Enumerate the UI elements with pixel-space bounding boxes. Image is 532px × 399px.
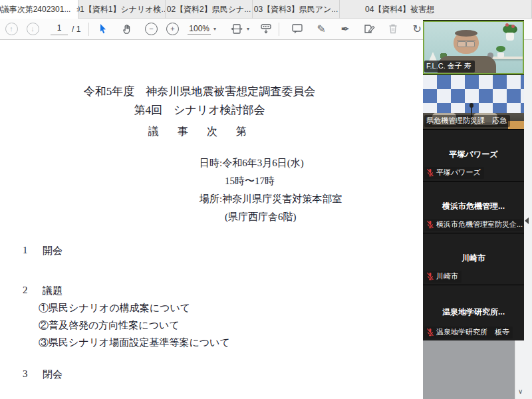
muted-mic-icon (426, 168, 434, 177)
zoom-in-button[interactable]: + (164, 21, 181, 38)
datetime-location-block: 日時:令和6年3月6日(水) 15時〜17時 場所:神奈川県庁災害対策本部室 (… (200, 154, 342, 226)
agenda-number: 3 (23, 368, 43, 381)
pdf-page: 令和5年度 神奈川県地震被害想定調査委員会 第4回 シナリオ検討部会 議 事 次… (0, 40, 426, 399)
fountain-pen-icon: ✒ (340, 24, 349, 35)
add-comment-button[interactable] (289, 21, 306, 38)
trash-icon (388, 23, 398, 35)
agenda-subitem-2: ②普及啓発の方向性案について (39, 319, 180, 332)
tab-label: 03【資料3】県民アン... (254, 4, 338, 15)
participant-display-name: 川崎市 (423, 252, 524, 263)
video-conference-panel: F.L.C. 金子 寿 県危機管理防災課 応急 平塚パワーズ (423, 20, 524, 340)
room-door (508, 121, 524, 129)
tab-label: 04【資料4】被害想 (365, 4, 434, 15)
page-edit-icon (363, 23, 376, 35)
location-line: 場所:神奈川県庁災害対策本部室 (200, 190, 342, 208)
participant-display-name: 平塚パワーズ (423, 148, 524, 160)
scroll-mode-button[interactable] (257, 21, 275, 38)
muted-mic-icon (426, 220, 434, 229)
select-tool-button[interactable] (94, 21, 112, 38)
tab-document-2[interactable]: 02【資料2】県民シナ... (166, 0, 253, 19)
scrollbar-down-icon[interactable]: ∨ (518, 388, 523, 395)
participant-tile-kaneko[interactable]: F.L.C. 金子 寿 (423, 20, 524, 74)
participant-display-name: 温泉地学研究所... (423, 306, 524, 317)
page-count-label: / 1 (72, 25, 80, 34)
datetime-line: 日時:令和6年3月6日(水) (200, 154, 342, 172)
tab-label: 01【資料1】シナリオ検... (78, 4, 166, 15)
participant-name-text: 川崎市 (436, 271, 458, 281)
panel-collapse-icon[interactable] (525, 217, 529, 224)
agenda-text: 議題 (43, 285, 63, 297)
tab-label: 02【資料2】県民シナ... (167, 4, 251, 15)
tab-document-4[interactable]: 04【資料4】被害想 (340, 0, 532, 19)
tab-label: 0議事次第2402301... (0, 4, 70, 15)
hand-tool-button[interactable] (118, 21, 136, 38)
highlight-text-button[interactable]: ✎ (313, 21, 330, 38)
participant-tile-bousaika[interactable]: 県危機管理防災課 応急 (423, 74, 524, 129)
fit-width-icon (230, 23, 243, 35)
toolbar-divider (88, 23, 89, 36)
chevron-down-icon[interactable]: ▾ (247, 26, 249, 32)
continuous-scroll-icon (259, 23, 273, 35)
page-down-icon: ↓ (27, 23, 39, 35)
participant-tile-hiratsuka[interactable]: 平塚パワーズ 平塚パワーズ (423, 129, 524, 181)
document-heading: 議 事 次 第 (0, 125, 399, 139)
redo-icon: ↻ (412, 24, 421, 35)
participant-name-text: 平塚パワーズ (436, 168, 481, 178)
agenda-item-3: 3 閉会 (23, 368, 63, 381)
participant-name-label: 平塚パワーズ (424, 167, 484, 179)
fit-width-button[interactable] (228, 21, 245, 38)
tab-document-1[interactable]: 01【資料1】シナリオ検... (78, 0, 166, 19)
delete-button[interactable] (384, 21, 402, 38)
participant-tile-onken[interactable]: 温泉地学研究所... 温泉地学研究所 板寺 (423, 285, 524, 340)
app-window: 0議事次第2402301... × 01【資料1】シナリオ検... 02【資料2… (0, 0, 532, 399)
sign-document-button[interactable]: ✒ (336, 21, 354, 38)
agenda-item-1: 1 開会 (23, 245, 63, 257)
next-page-button[interactable]: ↓ (24, 21, 41, 38)
comment-bubble-icon (291, 23, 303, 35)
time-range: 15時〜17時 (200, 172, 342, 190)
tab-agenda[interactable]: 0議事次第2402301... × (0, 0, 78, 19)
agenda-text: 開会 (43, 245, 63, 257)
plant-decor (496, 49, 505, 58)
plus-icon: + (166, 23, 179, 35)
participant-name-label: 温泉地学研究所 板寺 (424, 327, 513, 338)
agenda-subitem-3: ③県民シナリオ場面設定基準等案について (39, 336, 230, 349)
cursor-arrow-icon (98, 23, 108, 35)
chevron-down-icon[interactable]: ▾ (213, 26, 216, 32)
agenda-text: 閉会 (43, 368, 63, 381)
person-glasses (457, 41, 475, 46)
minus-icon: − (145, 23, 158, 35)
previous-page-button[interactable]: ↑ (3, 21, 20, 38)
person-hair (455, 30, 477, 37)
participant-name-label: 県危機管理防災課 応急 (424, 115, 510, 127)
agenda-item-2: 2 議題 (23, 285, 63, 297)
edit-page-button[interactable] (360, 21, 378, 38)
participant-name-text: 横浜市危機管理室防災企... (436, 219, 523, 229)
participant-tile-kawasaki[interactable]: 川崎市 川崎市 (423, 233, 524, 285)
participant-name-label: 横浜市危機管理室防災企... (424, 219, 523, 231)
participant-name-text: 県危機管理防災課 応急 (426, 116, 507, 126)
zoom-out-button[interactable]: − (142, 21, 160, 38)
muted-mic-icon (426, 272, 434, 281)
highlighter-icon: ✎ (317, 24, 325, 35)
tab-document-3[interactable]: 03【資料3】県民アン... (253, 0, 340, 19)
toolbar-divider (279, 23, 279, 36)
plant-decor (503, 27, 517, 41)
participant-name-label: F.L.C. 金子 寿 (424, 61, 475, 72)
agenda-subitem-1: ①県民シナリオの構成案について (39, 302, 190, 315)
participant-tile-yokohama[interactable]: 横浜市危機管理... 横浜市危機管理室防災企... (423, 181, 524, 233)
page-up-icon: ↑ (5, 23, 18, 35)
page-number-input[interactable]: 1 (51, 23, 68, 35)
participant-name-text: 温泉地学研究所 板寺 (436, 327, 509, 337)
participant-name-text: F.L.C. 金子 寿 (426, 61, 471, 71)
document-title-line2: 第4回 シナリオ検討部会 (0, 102, 399, 118)
participant-name-label: 川崎市 (424, 271, 462, 283)
location-detail: (県庁西庁舎6階) (200, 208, 342, 226)
document-title-line1: 令和5年度 神奈川県地震被害想定調査委員会 (0, 84, 399, 99)
hand-icon (122, 23, 133, 35)
muted-mic-icon (426, 328, 434, 336)
zoom-level-value[interactable]: 100% (188, 24, 211, 35)
agenda-number: 2 (23, 285, 43, 297)
participant-display-name: 横浜市危機管理... (423, 200, 524, 211)
document-tab-bar: 0議事次第2402301... × 01【資料1】シナリオ検... 02【資料2… (0, 0, 532, 19)
